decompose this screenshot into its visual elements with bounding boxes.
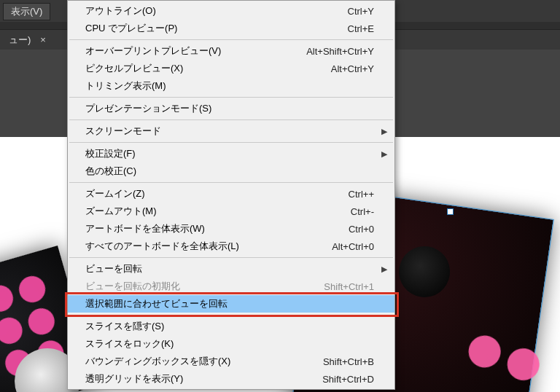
- menu-item[interactable]: プレゼンテーションモード(S): [68, 100, 394, 117]
- menu-item-label: 選択範囲に合わせてビューを回転: [85, 297, 374, 310]
- menu-item-label: スライスをロック(K): [85, 337, 374, 350]
- chevron-right-icon: ▶: [381, 149, 387, 159]
- menu-item-shortcut: Shift+Ctrl+D: [322, 374, 374, 385]
- view-menu-dropdown: アウトライン(O)Ctrl+YCPU でプレビュー(P)Ctrl+Eオーバープリ…: [67, 0, 395, 390]
- menu-item-label: バウンディングボックスを隠す(X): [85, 355, 323, 368]
- menu-item-label: オーバープリントプレビュー(V): [85, 44, 306, 58]
- menu-item-shortcut: Ctrl+E: [348, 23, 374, 34]
- menu-item[interactable]: バウンディングボックスを隠す(X)Shift+Ctrl+B: [68, 353, 394, 370]
- menu-item[interactable]: オーバープリントプレビュー(V)Alt+Shift+Ctrl+Y: [68, 42, 394, 60]
- menu-item-label: 透明グリッドを表示(Y): [85, 372, 322, 385]
- menu-item[interactable]: すべてのアートボードを全体表示(L)Alt+Ctrl+0: [68, 238, 394, 255]
- chevron-right-icon: ▶: [381, 127, 387, 136]
- document-tab[interactable]: ュー): [0, 30, 39, 50]
- chevron-right-icon: ▶: [381, 264, 387, 274]
- menu-separator: [69, 257, 393, 258]
- app-window: 表示(V) ュー) × アウトライン(O)Ctrl+YCPU でプレビュー(P)…: [0, 0, 560, 392]
- menu-item-label: アートボードを全体表示(W): [85, 222, 349, 235]
- menu-item-shortcut: Alt+Ctrl+0: [332, 241, 374, 252]
- menu-item[interactable]: 選択範囲に合わせてビューを回転: [68, 295, 394, 313]
- menu-item-label: ビューを回転: [85, 262, 374, 275]
- menu-item-label: 色の校正(C): [85, 165, 374, 178]
- menu-item-shortcut: Shift+Ctrl+1: [324, 281, 374, 292]
- menu-item-label: アウトライン(O): [85, 4, 348, 17]
- menu-item[interactable]: 色の校正(C): [68, 162, 394, 180]
- menu-item-shortcut: Shift+Ctrl+B: [323, 356, 374, 367]
- menu-separator: [69, 142, 393, 143]
- menu-item-label: CPU でプレビュー(P): [85, 22, 348, 35]
- menu-item-shortcut: Ctrl++: [349, 189, 374, 200]
- menu-item[interactable]: アートボードを全体表示(W)Ctrl+0: [68, 220, 394, 238]
- menu-item-label: ピクセルプレビュー(X): [85, 62, 331, 75]
- menu-item[interactable]: ズームイン(Z)Ctrl++: [68, 185, 394, 203]
- menu-item[interactable]: ビューを回転▶: [68, 260, 394, 278]
- menu-item-shortcut: Ctrl+Y: [348, 6, 374, 17]
- menu-item[interactable]: 透明グリッドを表示(Y)Shift+Ctrl+D: [68, 370, 394, 388]
- menu-item-shortcut: Ctrl+-: [351, 206, 374, 217]
- menu-separator: [69, 97, 393, 98]
- menu-item[interactable]: スライスをロック(K): [68, 335, 394, 353]
- menu-item[interactable]: ピクセルプレビュー(X)Alt+Ctrl+Y: [68, 60, 394, 77]
- menu-item-shortcut: Ctrl+0: [349, 224, 374, 235]
- menu-item-label: プレゼンテーションモード(S): [85, 102, 374, 115]
- menu-separator: [69, 182, 393, 183]
- menu-item[interactable]: スライスを隠す(S): [68, 318, 394, 335]
- menu-separator: [69, 119, 393, 120]
- menu-item[interactable]: 校正設定(F)▶: [68, 145, 394, 162]
- menu-item-label: スクリーンモード: [85, 125, 374, 138]
- menu-item-label: ビューを回転の初期化: [85, 280, 324, 293]
- menu-item-label: すべてのアートボードを全体表示(L): [85, 240, 332, 253]
- menu-item-label: トリミング表示(M): [85, 79, 374, 93]
- menu-item: ビューを回転の初期化Shift+Ctrl+1: [68, 278, 394, 295]
- menu-item-label: 校正設定(F): [85, 147, 374, 160]
- menu-item[interactable]: トリミング表示(M): [68, 77, 394, 95]
- menu-item-label: ズームイン(Z): [85, 187, 349, 200]
- menu-item[interactable]: CPU でプレビュー(P)Ctrl+E: [68, 20, 394, 37]
- menu-item-label: スライスを隠す(S): [85, 320, 374, 333]
- close-icon[interactable]: ×: [35, 30, 51, 50]
- menu-item[interactable]: アウトライン(O)Ctrl+Y: [68, 2, 394, 20]
- selection-handle[interactable]: [447, 208, 454, 215]
- menu-item-shortcut: Alt+Ctrl+Y: [331, 63, 374, 74]
- menu-separator: [69, 39, 393, 40]
- menu-item-label: ズームアウト(M): [85, 205, 351, 218]
- menu-item[interactable]: ズームアウト(M)Ctrl+-: [68, 203, 394, 220]
- menu-item[interactable]: スクリーンモード▶: [68, 122, 394, 140]
- menubar-view[interactable]: 表示(V): [3, 3, 50, 20]
- menu-separator: [69, 315, 393, 315]
- menu-item-shortcut: Alt+Shift+Ctrl+Y: [306, 46, 374, 57]
